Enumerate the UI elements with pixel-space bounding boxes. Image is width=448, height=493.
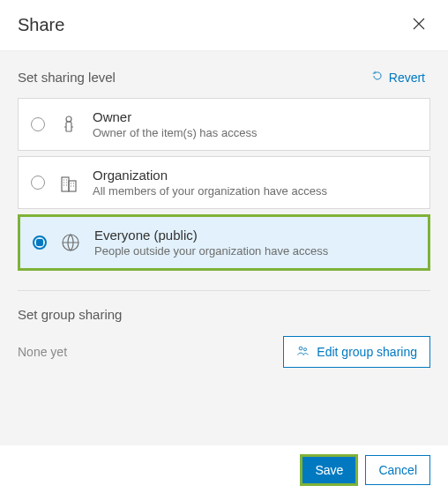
edit-group-sharing-button[interactable]: Edit group sharing (283, 336, 430, 368)
sharing-option-everyone[interactable]: Everyone (public) People outside your or… (18, 214, 430, 271)
dialog-body: Set sharing level Revert Owner Owner of … (0, 50, 448, 445)
dialog-footer: Save Cancel (0, 445, 448, 493)
group-sharing-title: Set group sharing (18, 307, 430, 322)
option-desc: All members of your organization have ac… (93, 184, 417, 198)
option-text: Everyone (public) People outside your or… (94, 228, 415, 258)
radio-owner[interactable] (31, 117, 45, 131)
dialog-header: Share (0, 0, 448, 50)
person-icon (57, 113, 80, 136)
option-title: Everyone (public) (94, 228, 415, 243)
close-icon (411, 21, 427, 34)
option-desc: Owner of the item(s) has access (93, 126, 417, 139)
save-highlight: Save (300, 454, 358, 486)
sharing-level-header: Set sharing level Revert (18, 69, 430, 86)
save-button[interactable]: Save (302, 457, 355, 483)
close-button[interactable] (407, 12, 430, 38)
svg-point-0 (66, 116, 71, 122)
group-icon (296, 344, 310, 360)
svg-rect-2 (69, 181, 76, 191)
edit-group-label: Edit group sharing (317, 345, 417, 359)
building-icon (57, 171, 80, 194)
revert-icon (371, 70, 384, 85)
svg-point-5 (304, 348, 307, 351)
revert-label: Revert (389, 71, 425, 85)
radio-organization[interactable] (31, 176, 45, 190)
svg-rect-1 (62, 177, 69, 191)
divider (18, 290, 430, 291)
group-sharing-row: None yet Edit group sharing (18, 336, 430, 368)
radio-everyone[interactable] (33, 235, 47, 250)
option-title: Organization (93, 168, 417, 183)
option-text: Organization All members of your organiz… (93, 168, 417, 198)
cancel-button[interactable]: Cancel (365, 455, 430, 485)
sharing-option-organization[interactable]: Organization All members of your organiz… (18, 156, 430, 209)
dialog-title: Share (18, 15, 64, 35)
option-title: Owner (93, 109, 417, 124)
group-sharing-empty: None yet (18, 345, 67, 359)
option-text: Owner Owner of the item(s) has access (93, 109, 417, 139)
globe-icon (59, 231, 82, 254)
sharing-option-owner[interactable]: Owner Owner of the item(s) has access (18, 98, 430, 151)
sharing-level-title: Set sharing level (18, 70, 116, 85)
revert-button[interactable]: Revert (366, 69, 430, 86)
option-desc: People outside your organization have ac… (94, 244, 415, 258)
svg-point-4 (299, 347, 302, 350)
